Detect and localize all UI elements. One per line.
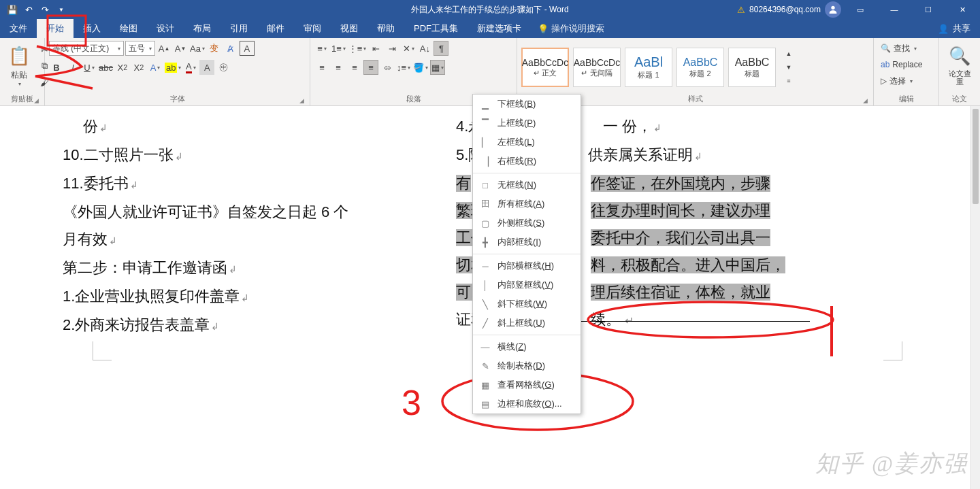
superscript-button[interactable]: X2 xyxy=(131,60,146,75)
font-name-combo[interactable]: 等线 (中文正文)▾ xyxy=(49,41,124,56)
qat-custom-button[interactable]: ▼ xyxy=(54,3,68,16)
enclose-chars-button[interactable]: A xyxy=(240,41,255,56)
align-center-button[interactable]: ≡ xyxy=(331,60,346,75)
sort-button[interactable]: A↓ xyxy=(417,41,432,56)
line-spacing-button[interactable]: ↕≡▾ xyxy=(396,60,411,75)
tab-insert[interactable]: 插入 xyxy=(74,19,110,38)
subscript-button[interactable]: X2 xyxy=(115,60,130,75)
tab-references[interactable]: 引用 xyxy=(220,19,257,38)
border-item-label: 边框和底纹(O)... xyxy=(497,398,562,410)
replace-button[interactable]: abReplace xyxy=(878,57,925,72)
styles-scroll-down[interactable]: ▼ xyxy=(781,61,796,73)
tab-review[interactable]: 审阅 xyxy=(294,19,331,38)
increase-indent-button[interactable]: ⇥ xyxy=(385,41,399,56)
tab-pdf[interactable]: PDF工具集 xyxy=(404,19,468,38)
styles-more-button[interactable]: ≡ xyxy=(781,75,796,87)
bullets-button[interactable]: ≡▾ xyxy=(314,41,329,56)
border-menu-item[interactable]: ▁下框线(B) xyxy=(473,95,581,114)
style-nospacing[interactable]: AaBbCcDc↵ 无间隔 xyxy=(573,48,621,87)
vertical-scrollbar[interactable] xyxy=(970,106,980,489)
user-email[interactable]: 80264396@qq.com xyxy=(749,5,821,14)
border-menu-item[interactable]: —横线(Z) xyxy=(473,337,581,356)
style-heading1[interactable]: AaBl标题 1 xyxy=(625,48,672,87)
tab-file[interactable]: 文件 xyxy=(0,19,37,38)
border-menu-item[interactable]: ╱斜上框线(U) xyxy=(473,314,581,333)
text-effects-button[interactable]: A▾ xyxy=(148,60,163,75)
tab-help[interactable]: 帮助 xyxy=(368,19,404,38)
highlight-button[interactable]: ab▾ xyxy=(164,60,182,75)
styles-launcher[interactable]: ◢ xyxy=(863,97,868,104)
close-button[interactable]: ✕ xyxy=(947,0,977,19)
underline-button[interactable]: U▾ xyxy=(82,60,97,75)
tab-home[interactable]: 开始 xyxy=(37,19,74,38)
select-button[interactable]: ▷选择▾ xyxy=(878,73,915,88)
minimize-button[interactable]: — xyxy=(879,0,909,19)
grow-font-button[interactable]: A▲ xyxy=(157,41,172,56)
style-title[interactable]: AaBbC标题 xyxy=(728,48,776,87)
page-corner-bl xyxy=(93,341,112,360)
clipboard-launcher[interactable]: ◢ xyxy=(34,97,39,104)
border-menu-item[interactable]: │内部竖框线(V) xyxy=(473,275,581,294)
border-menu-item[interactable]: ✎绘制表格(D) xyxy=(473,356,581,375)
italic-button[interactable]: I xyxy=(65,60,80,75)
style-normal[interactable]: AaBbCcDc↵ 正文 xyxy=(521,48,569,87)
align-left-button[interactable]: ≡ xyxy=(314,60,329,75)
char-border-button[interactable]: ㊥ xyxy=(216,60,231,75)
border-menu-item[interactable]: ╲斜下框线(W) xyxy=(473,294,581,314)
borders-button[interactable]: ▦▾ xyxy=(430,60,445,75)
decrease-indent-button[interactable]: ⇤ xyxy=(368,41,383,56)
distributed-button[interactable]: ⬄ xyxy=(380,60,395,75)
tell-me-search[interactable]: 💡 操作说明搜索 xyxy=(531,22,611,35)
font-color-button[interactable]: A▾ xyxy=(183,60,198,75)
tab-view[interactable]: 视图 xyxy=(331,19,368,38)
border-menu-item[interactable]: ▦查看网格线(G) xyxy=(473,375,581,394)
find-button[interactable]: 🔍查找▾ xyxy=(878,41,919,56)
tab-design[interactable]: 设计 xyxy=(147,19,184,38)
save-button[interactable]: 💾 xyxy=(5,3,19,16)
text-column-left: 份 10.二寸照片一张 11.委托书 《外国人就业许可证书》自签发之日起 6 个… xyxy=(63,113,416,340)
multilevel-list-button[interactable]: ⋮≡▾ xyxy=(348,41,368,56)
border-item-icon: ▕ xyxy=(480,156,491,167)
border-menu-item[interactable]: ▢外侧框线(S) xyxy=(473,214,581,233)
shading-button[interactable]: 🪣▾ xyxy=(412,60,429,75)
tab-layout[interactable]: 布局 xyxy=(184,19,220,38)
asian-layout-button[interactable]: ✕▾ xyxy=(401,41,416,56)
border-menu-item[interactable]: ▔上框线(P) xyxy=(473,114,581,133)
style-heading2[interactable]: AaBbC标题 2 xyxy=(676,48,724,87)
share-button[interactable]: 共享 xyxy=(953,22,970,35)
border-menu-item[interactable]: ▕右框线(R) xyxy=(473,152,581,171)
numbering-button[interactable]: 1≡▾ xyxy=(331,41,346,56)
shrink-font-button[interactable]: A▼ xyxy=(173,41,188,56)
font-size-combo[interactable]: 五号▾ xyxy=(125,41,155,56)
char-shading-button[interactable]: A xyxy=(199,60,214,75)
ribbon-options-button[interactable]: ▭ xyxy=(845,0,875,19)
styles-scroll-up[interactable]: ▲ xyxy=(781,48,796,60)
thesis-check-button[interactable]: 🔍 论文查重 xyxy=(943,41,976,87)
border-item-label: 横线(Z) xyxy=(497,341,527,353)
border-menu-item[interactable]: ╋内部框线(I) xyxy=(473,233,581,252)
show-marks-button[interactable]: ¶ xyxy=(434,41,448,56)
align-justify-button[interactable]: ≡ xyxy=(363,60,378,75)
strikethrough-button[interactable]: abc xyxy=(98,60,114,75)
tab-draw[interactable]: 绘图 xyxy=(110,19,147,38)
tab-mailings[interactable]: 邮件 xyxy=(257,19,294,38)
align-right-button[interactable]: ≡ xyxy=(347,60,362,75)
border-menu-item[interactable]: ▏左框线(L) xyxy=(473,133,581,152)
border-menu-item[interactable]: 田所有框线(A) xyxy=(473,195,581,214)
scrollbar-thumb[interactable] xyxy=(973,109,979,204)
phonetic-guide-button[interactable]: 变 xyxy=(207,41,222,56)
redo-button[interactable]: ↷ xyxy=(38,3,52,16)
tab-newtab[interactable]: 新建选项卡 xyxy=(468,19,531,38)
border-menu-item[interactable]: ▤边框和底纹(O)... xyxy=(473,394,581,414)
change-case-button[interactable]: Aa▾ xyxy=(189,41,206,56)
font-launcher[interactable]: ◢ xyxy=(299,97,304,104)
undo-button[interactable]: ↶ xyxy=(22,3,35,16)
paste-button[interactable]: 📋 粘贴 ▾ xyxy=(4,41,34,88)
clear-format-button[interactable]: A̷ xyxy=(223,41,238,56)
border-menu-item[interactable]: □无框线(N) xyxy=(473,175,581,195)
maximize-button[interactable]: ☐ xyxy=(913,0,943,19)
bold-button[interactable]: B xyxy=(49,60,64,75)
replace-icon: ab xyxy=(881,60,889,69)
user-avatar[interactable] xyxy=(825,1,841,18)
border-menu-item[interactable]: ─内部横框线(H) xyxy=(473,256,581,275)
